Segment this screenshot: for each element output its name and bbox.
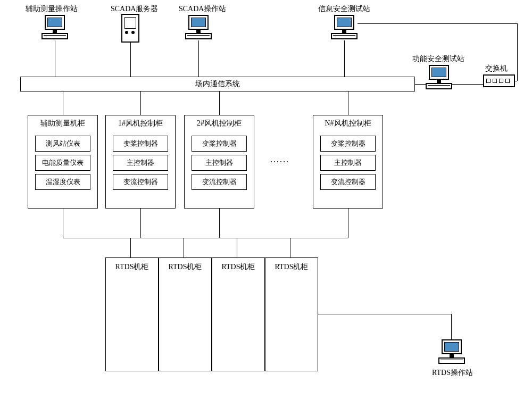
connector-line [130, 238, 131, 257]
connector-line [140, 91, 141, 115]
fan2-cabinet-item: 主控制器 [192, 155, 247, 171]
connector-line [184, 238, 184, 257]
connector-line [219, 209, 220, 238]
fan1-cabinet-item: 变流控制器 [113, 174, 168, 190]
rtds-cabinet-label: RTDS机柜 [169, 263, 202, 271]
rtds-cabinet-label: RTDS机柜 [275, 263, 309, 271]
fanN-cabinet-item: 变流控制器 [320, 174, 376, 190]
scada-server-label: SCADA服务器 [111, 4, 158, 14]
computer-icon [426, 65, 452, 90]
connector-line [63, 238, 348, 238]
fan1-cabinet-item: 变桨控制器 [113, 136, 168, 152]
aux-cabinet-title: 辅助测量机柜 [28, 115, 97, 132]
connector-line [348, 209, 348, 238]
connector-line [348, 91, 348, 115]
fan2-cabinet-item: 变桨控制器 [192, 136, 247, 152]
rtds-cabinet: RTDS机柜 [265, 257, 318, 371]
computer-icon [185, 15, 212, 40]
fan2-cabinet-item: 变流控制器 [192, 174, 247, 190]
connector-line [290, 238, 290, 257]
connector-line [451, 314, 452, 339]
func-safe-station-label: 功能安全测试站 [412, 54, 464, 64]
rtds-cabinet-label: RTDS机柜 [222, 263, 255, 271]
connector-line [415, 84, 426, 85]
fan1-cabinet: 1#风机控制柜 变桨控制器 主控制器 变流控制器 [105, 115, 176, 209]
fan1-cabinet-title: 1#风机控制柜 [106, 115, 175, 132]
ellipsis: ······ [270, 157, 289, 167]
scada-station-label: SCADA操作站 [179, 4, 226, 14]
bus-box: 场内通信系统 [20, 77, 415, 91]
connector-line [140, 209, 141, 238]
connector-line [63, 91, 63, 115]
rtds-cabinet-label: RTDS机柜 [115, 263, 149, 271]
connector-line [318, 314, 451, 314]
rtds-cabinet: RTDS机柜 [105, 257, 159, 371]
connector-line [130, 43, 131, 77]
fan2-cabinet: 2#风机控制柜 变桨控制器 主控制器 变流控制器 [184, 115, 254, 209]
aux-cabinet-item: 测风站仪表 [35, 136, 90, 152]
connector-line [63, 209, 63, 238]
connector-line [237, 238, 237, 257]
server-icon [121, 14, 139, 43]
rtds-cabinet: RTDS机柜 [212, 257, 265, 371]
fanN-cabinet: N#风机控制柜 变桨控制器 主控制器 变流控制器 [313, 115, 383, 209]
switch-icon [483, 74, 515, 87]
connector-line [55, 40, 55, 77]
aux-cabinet-item: 电能质量仪表 [35, 155, 90, 171]
computer-icon [41, 15, 68, 40]
aux-station-label: 辅助测量操作站 [26, 4, 78, 14]
computer-icon [331, 15, 358, 40]
connector-line [219, 91, 220, 115]
aux-cabinet: 辅助测量机柜 测风站仪表 电能质量仪表 温湿度仪表 [28, 115, 98, 209]
fan1-cabinet-item: 主控制器 [113, 155, 168, 171]
connector-line [517, 23, 518, 81]
fanN-cabinet-title: N#风机控制柜 [313, 115, 383, 132]
bus-label: 场内通信系统 [195, 79, 240, 89]
connector-line [344, 40, 345, 77]
switch-label: 交换机 [485, 64, 508, 73]
connector-line [358, 23, 517, 24]
aux-cabinet-item: 温湿度仪表 [35, 174, 90, 190]
fanN-cabinet-item: 主控制器 [320, 155, 376, 171]
connector-line [515, 81, 517, 81]
rtds-cabinet: RTDS机柜 [159, 257, 212, 371]
info-sec-station-label: 信息安全测试站 [318, 4, 370, 14]
fanN-cabinet-item: 变桨控制器 [320, 136, 376, 152]
computer-icon [438, 339, 465, 365]
rtds-station-label: RTDS操作站 [432, 368, 473, 378]
connector-line [452, 84, 483, 85]
connector-line [198, 40, 199, 77]
fan2-cabinet-title: 2#风机控制柜 [185, 115, 254, 132]
